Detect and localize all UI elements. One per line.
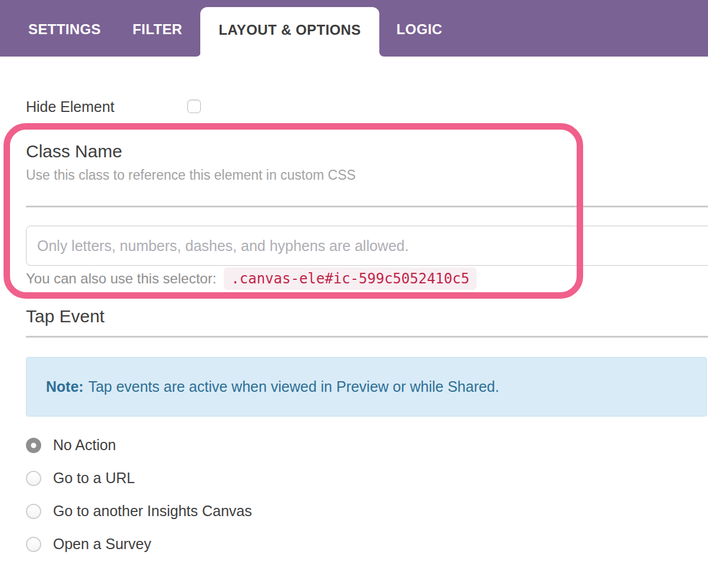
radio-button[interactable] — [26, 504, 41, 519]
tab-bar-left-shoulder — [0, 52, 201, 57]
tab-bar-right-shoulder — [379, 52, 708, 57]
radio-label: No Action — [53, 437, 116, 454]
class-name-divider — [26, 206, 708, 207]
radio-button[interactable] — [26, 471, 41, 486]
tap-event-options: No Action Go to a URL Go to another Insi… — [26, 437, 252, 569]
radio-label: Go to a URL — [53, 470, 135, 487]
hide-element-checkbox[interactable] — [187, 100, 201, 113]
note-label: Note: — [46, 378, 84, 395]
tab-logic[interactable]: LOGIC — [396, 21, 442, 38]
tap-event-divider — [26, 336, 708, 338]
radio-label: Open a Survey — [53, 536, 151, 553]
radio-option-open-survey[interactable]: Open a Survey — [26, 536, 252, 552]
note-box: Note: Tap events are active when viewed … — [26, 357, 707, 417]
selector-hint-label: You can also use this selector: — [26, 270, 216, 287]
selector-hint-row: You can also use this selector: .canvas-… — [26, 266, 477, 291]
tab-settings[interactable]: SETTINGS — [28, 21, 101, 38]
tap-event-title: Tap Event — [26, 306, 104, 326]
radio-option-go-to-canvas[interactable]: Go to another Insights Canvas — [26, 503, 252, 519]
tab-layout-options-label: LAYOUT & OPTIONS — [219, 22, 361, 62]
radio-option-no-action[interactable]: No Action — [26, 437, 252, 453]
class-name-subtitle: Use this class to reference this element… — [26, 167, 356, 183]
class-name-input[interactable] — [26, 226, 708, 266]
selector-code: .canvas-ele#ic-599c5052410c5 — [224, 267, 477, 290]
note-text: Tap events are active when viewed in Pre… — [88, 378, 499, 395]
tab-filter[interactable]: FILTER — [133, 21, 183, 38]
class-name-title: Class Name — [26, 141, 122, 161]
radio-option-go-to-url[interactable]: Go to a URL — [26, 470, 252, 486]
radio-button[interactable] — [26, 438, 41, 453]
hide-element-label: Hide Element — [26, 98, 114, 115]
radio-button[interactable] — [26, 537, 41, 552]
radio-label: Go to another Insights Canvas — [53, 503, 252, 520]
tab-layout-options[interactable]: LAYOUT & OPTIONS — [200, 7, 379, 62]
